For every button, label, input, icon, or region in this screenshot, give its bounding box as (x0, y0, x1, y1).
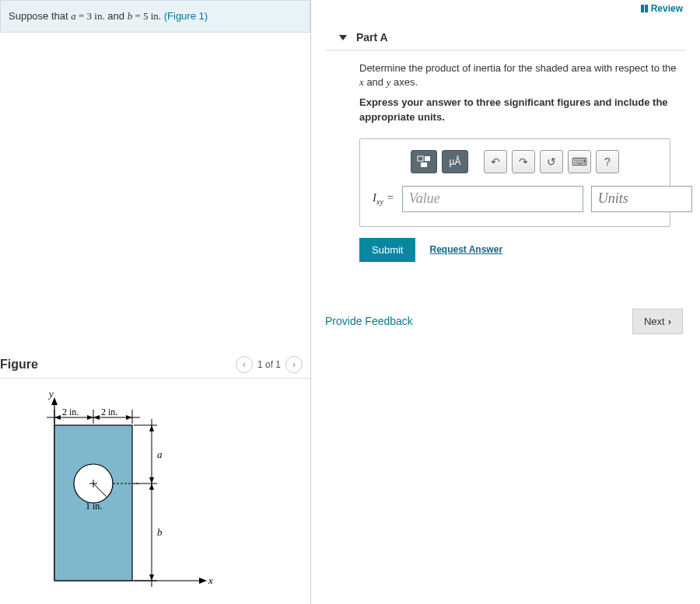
part-title: Part A (356, 31, 388, 44)
redo-icon: ↷ (519, 155, 528, 168)
svg-marker-13 (54, 415, 61, 420)
undo-button[interactable]: ↶ (484, 150, 507, 173)
svg-marker-3 (199, 578, 207, 584)
figure-title: Figure (0, 358, 38, 372)
units-tool-label: µÅ (450, 156, 461, 167)
answer-box: µÅ ↶ ↷ ↺ ⌨ ? Ixy = (359, 138, 670, 227)
answer-sym-eq: = (383, 191, 394, 204)
answer-toolbar: µÅ ↶ ↷ ↺ ⌨ ? (373, 150, 657, 173)
figure-next-button[interactable]: › (285, 356, 303, 373)
part-header[interactable]: Part A (325, 0, 686, 51)
svg-marker-16 (126, 415, 132, 420)
svg-marker-23 (149, 484, 154, 490)
figure-diagram: y x (0, 379, 310, 604)
keyboard-button[interactable]: ⌨ (568, 150, 591, 173)
reset-icon: ↺ (547, 155, 556, 168)
svg-marker-15 (93, 415, 100, 420)
instr-and: and (364, 76, 387, 88)
part-instruction: Determine the product of inertia for the… (359, 61, 678, 89)
figure-pager-text: 1 of 1 (257, 359, 281, 370)
undo-icon: ↶ (491, 155, 500, 168)
svg-marker-24 (149, 574, 154, 581)
svg-marker-14 (87, 415, 93, 420)
next-label: Next (644, 316, 665, 327)
svg-rect-26 (418, 156, 423, 161)
figure-link[interactable]: (Figure 1) (164, 10, 208, 22)
b-eq: = 5 (132, 10, 151, 22)
svg-marker-21 (149, 425, 154, 431)
label-b: b (157, 526, 163, 538)
value-input[interactable] (402, 186, 583, 212)
review-label: Review (651, 3, 683, 14)
provide-feedback-link[interactable]: Provide Feedback (325, 315, 413, 327)
collapse-caret-icon (339, 35, 347, 40)
units-input[interactable] (591, 186, 692, 212)
keyboard-icon: ⌨ (572, 155, 587, 168)
review-icon (641, 5, 648, 12)
help-button[interactable]: ? (596, 150, 619, 173)
svg-marker-22 (149, 477, 154, 484)
svg-rect-28 (421, 162, 427, 167)
instr-post: axes. (390, 76, 418, 88)
problem-text-prefix: Suppose that (9, 10, 71, 22)
axis-y-label: y (47, 388, 54, 400)
help-icon: ? (604, 155, 611, 168)
chevron-right-icon: › (668, 316, 671, 327)
answer-symbol: Ixy = (373, 191, 394, 206)
svg-rect-27 (425, 156, 430, 161)
redo-button[interactable]: ↷ (512, 150, 535, 173)
units-tool[interactable]: µÅ (442, 150, 468, 173)
submit-button[interactable]: Submit (359, 238, 415, 262)
template-tool[interactable] (411, 150, 437, 173)
b-unit: in. (151, 10, 161, 22)
label-1in: 1 in. (86, 501, 102, 511)
label-2in-right: 2 in. (101, 407, 117, 417)
problem-text-mid: and (105, 10, 128, 22)
part-instruction-bold: Express your answer to three significant… (359, 96, 678, 124)
figure-prev-button[interactable]: ‹ (236, 356, 253, 373)
review-link[interactable]: Review (641, 3, 683, 14)
a-eq: = 3 (76, 10, 95, 22)
request-answer-link[interactable]: Request Answer (429, 244, 502, 255)
a-unit: in. (94, 10, 104, 22)
problem-statement: Suppose that a = 3 in. and b = 5 in. (Fi… (0, 0, 310, 33)
label-2in-left: 2 in. (62, 407, 79, 417)
instr-pre: Determine the product of inertia for the… (359, 62, 677, 74)
label-a: a (157, 449, 163, 460)
next-button[interactable]: Next › (632, 309, 683, 334)
axis-x-label: x (208, 574, 213, 586)
reset-button[interactable]: ↺ (540, 150, 563, 173)
answer-sym-sub: xy (376, 197, 383, 206)
